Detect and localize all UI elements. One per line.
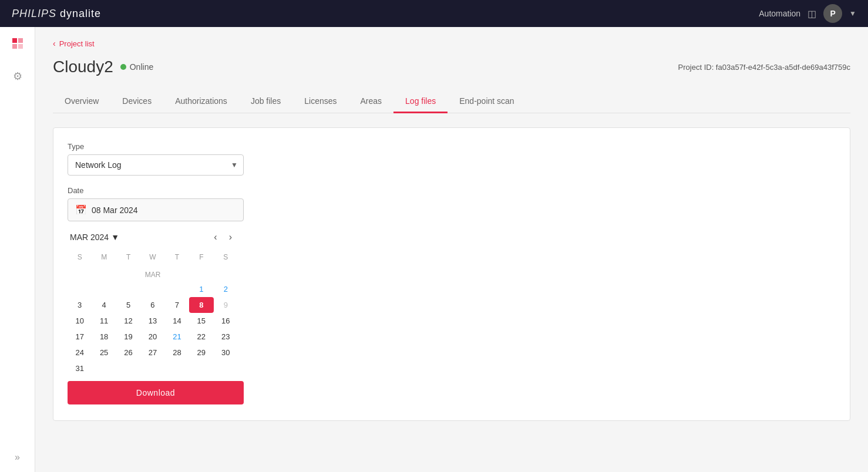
calendar: MAR 2024 ▼ ‹ › SMTWTFS [68, 231, 238, 376]
calendar-day-cell[interactable]: 24 [68, 345, 92, 360]
calendar-day-cell[interactable]: 15 [189, 313, 213, 329]
calendar-day-cell [92, 360, 116, 376]
status-label: Online [130, 62, 153, 72]
calendar-day-cell[interactable]: 18 [92, 329, 116, 345]
navbar: PHILIPS dynalite Automation ◫ P ▼ [0, 0, 868, 27]
breadcrumb[interactable]: ‹ Project list [53, 39, 850, 48]
calendar-day-cell [68, 281, 92, 297]
calendar-nav: ‹ › [210, 231, 235, 244]
tab-authorizations[interactable]: Authorizations [163, 90, 239, 113]
calendar-month-label[interactable]: MAR 2024 ▼ [70, 232, 119, 242]
calendar-day-cell[interactable]: 31 [68, 360, 92, 376]
type-select-wrapper: Network Log System Log Error Log ▼ [68, 154, 244, 176]
main-content: ‹ Project list Cloudy2 Online Project ID… [35, 27, 868, 472]
date-input[interactable]: 📅 08 Mar 2024 [68, 198, 244, 221]
calendar-day-cell[interactable]: 8 [189, 297, 213, 313]
project-id: Project ID: fa03a57f-e42f-5c3a-a5df-de69… [678, 63, 850, 72]
calendar-week-row: 24252627282930 [68, 345, 238, 360]
calendar-day-cell[interactable]: 29 [189, 345, 213, 360]
calendar-header: MAR 2024 ▼ ‹ › [68, 231, 238, 244]
weekday-header-cell: M [92, 251, 116, 266]
calendar-day-cell[interactable]: 16 [214, 313, 238, 329]
page-header: Cloudy2 Online Project ID: fa03a57f-e42f… [53, 58, 850, 76]
calendar-day-cell[interactable]: 25 [92, 345, 116, 360]
date-value: 08 Mar 2024 [92, 205, 138, 215]
tab-log-files[interactable]: Log files [393, 90, 448, 113]
back-icon: ‹ [53, 39, 56, 48]
sidebar-icon-home[interactable] [7, 33, 28, 54]
calendar-next-button[interactable]: › [226, 231, 235, 244]
calendar-day-cell[interactable]: 3 [68, 297, 92, 313]
svg-rect-1 [18, 38, 23, 43]
calendar-day-cell[interactable]: 19 [116, 329, 140, 345]
weekday-header-cell: S [214, 251, 238, 266]
calendar-day-cell[interactable]: 12 [116, 313, 140, 329]
tab-job-files[interactable]: Job files [239, 90, 292, 113]
calendar-day-cell [165, 281, 189, 297]
calendar-day-cell[interactable]: 10 [68, 313, 92, 329]
calendar-day-cell[interactable]: 28 [165, 345, 189, 360]
calendar-day-cell[interactable]: 9 [214, 297, 238, 313]
sidebar: ⚙ » [0, 27, 35, 472]
calendar-day-cell [116, 360, 140, 376]
calendar-day-cell[interactable]: 23 [214, 329, 238, 345]
calendar-day-cell[interactable]: 1 [189, 281, 213, 297]
calendar-day-cell[interactable]: 7 [165, 297, 189, 313]
svg-rect-0 [12, 38, 17, 43]
calendar-week-row: 17181920212223 [68, 329, 238, 345]
weekday-header-cell: T [165, 251, 189, 266]
page-title-section: Cloudy2 Online [53, 58, 153, 76]
layout: ⚙ » ‹ Project list Cloudy2 Online Projec… [0, 27, 868, 472]
calendar-week-row: 31 [68, 360, 238, 376]
screen-icon: ◫ [808, 8, 816, 19]
type-select[interactable]: Network Log System Log Error Log [68, 154, 244, 176]
status-dot [120, 64, 126, 70]
svg-rect-2 [12, 44, 17, 49]
date-label: Date [68, 186, 244, 195]
sidebar-icon-settings[interactable]: ⚙ [7, 66, 28, 87]
calendar-grid: SMTWTFS MAR12345678910111213141516171819… [68, 251, 238, 376]
tab-areas[interactable]: Areas [349, 90, 394, 113]
avatar[interactable]: P [823, 4, 842, 23]
calendar-day-cell[interactable]: 22 [189, 329, 213, 345]
tab-devices[interactable]: Devices [110, 90, 163, 113]
calendar-week-row: 3456789 [68, 297, 238, 313]
calendar-day-cell[interactable]: 20 [140, 329, 164, 345]
calendar-day-cell [116, 281, 140, 297]
calendar-week-row: 10111213141516 [68, 313, 238, 329]
calendar-week-row: 12 [68, 281, 238, 297]
weekday-header-cell: W [140, 251, 164, 266]
calendar-day-cell [140, 281, 164, 297]
expand-icon[interactable]: » [15, 452, 20, 463]
calendar-day-cell[interactable]: 5 [116, 297, 140, 313]
tabs: Overview Devices Authorizations Job file… [53, 90, 850, 113]
status-badge: Online [120, 62, 153, 72]
calendar-day-cell[interactable]: 14 [165, 313, 189, 329]
weekday-header-cell: T [116, 251, 140, 266]
calendar-day-cell[interactable]: 11 [92, 313, 116, 329]
calendar-day-cell[interactable]: 2 [214, 281, 238, 297]
calendar-day-cell[interactable]: 21 [165, 329, 189, 345]
calendar-day-cell[interactable]: 13 [140, 313, 164, 329]
month-label-text: MAR 2024 [70, 232, 109, 242]
calendar-day-cell [140, 360, 164, 376]
calendar-day-cell[interactable]: 6 [140, 297, 164, 313]
tab-licenses[interactable]: Licenses [292, 90, 348, 113]
calendar-day-cell[interactable]: 30 [214, 345, 238, 360]
chevron-down-icon[interactable]: ▼ [849, 9, 856, 18]
automation-label: Automation [759, 9, 800, 18]
download-button[interactable]: Download [68, 381, 244, 404]
calendar-day-cell[interactable]: 27 [140, 345, 164, 360]
calendar-day-cell[interactable]: 4 [92, 297, 116, 313]
page-title: Cloudy2 [53, 58, 113, 76]
calendar-day-cell [214, 360, 238, 376]
calendar-month-row-label: MAR [68, 266, 238, 281]
tab-end-point-scan[interactable]: End-point scan [448, 90, 526, 113]
log-files-card: Type Network Log System Log Error Log ▼ … [53, 127, 850, 421]
calendar-day-cell[interactable]: 17 [68, 329, 92, 345]
calendar-day-cell [189, 360, 213, 376]
tab-overview[interactable]: Overview [53, 90, 110, 113]
calendar-prev-button[interactable]: ‹ [210, 231, 220, 244]
calendar-day-cell[interactable]: 26 [116, 345, 140, 360]
weekday-header-cell: F [189, 251, 213, 266]
